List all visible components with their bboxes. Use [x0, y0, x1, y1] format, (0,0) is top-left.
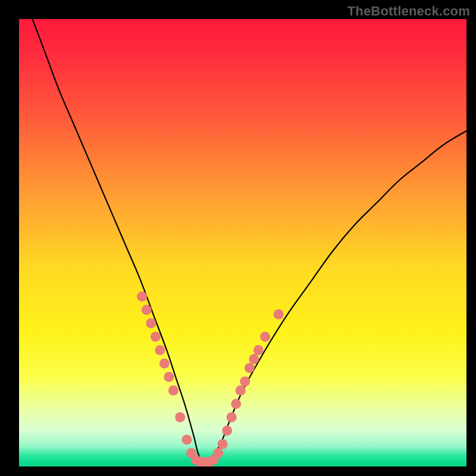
watermark-text: TheBottleneck.com — [347, 4, 470, 19]
highlight-dots — [137, 292, 283, 466]
highlight-dot — [213, 448, 223, 458]
plot-area — [19, 19, 466, 466]
highlight-dot — [142, 305, 152, 315]
highlight-dot — [227, 412, 237, 422]
highlight-dot — [137, 292, 147, 302]
highlight-dot — [168, 386, 178, 396]
highlight-dot — [236, 386, 246, 396]
highlight-dot — [240, 377, 250, 387]
highlight-dot — [260, 331, 270, 342]
highlight-dot — [245, 363, 255, 373]
chart-frame: TheBottleneck.com — [0, 0, 476, 476]
highlight-dot — [231, 399, 241, 409]
highlight-dot — [155, 345, 165, 355]
highlight-dot — [164, 372, 174, 382]
highlight-dot — [253, 345, 264, 355]
highlight-dot — [218, 439, 228, 449]
highlight-dot — [222, 425, 232, 436]
highlight-dot — [151, 331, 161, 342]
chart-svg — [19, 19, 466, 466]
highlight-dot — [159, 359, 170, 369]
highlight-dot — [249, 354, 259, 364]
highlight-dot — [182, 434, 192, 444]
highlight-dot — [274, 309, 284, 320]
highlight-dot — [146, 318, 156, 328]
highlight-dot — [175, 412, 185, 422]
bottleneck-curve — [33, 19, 466, 463]
